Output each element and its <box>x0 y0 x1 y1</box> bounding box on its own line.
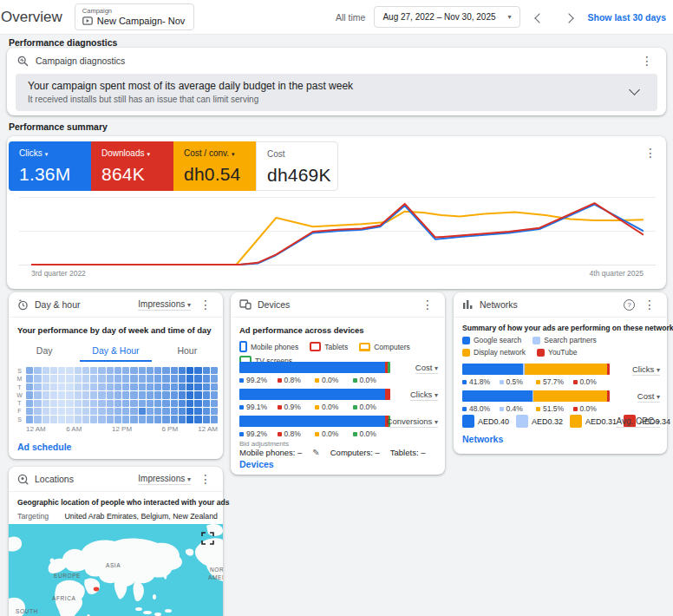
heatmap-cell <box>162 408 169 415</box>
heatmap-cell <box>58 391 65 398</box>
stat-value: 0.5% <box>500 377 537 386</box>
stat-label: 99.1% <box>246 403 267 411</box>
kebab-menu-icon[interactable]: ⋮ <box>197 473 214 485</box>
tab-day-hour[interactable]: Day & Hour <box>80 341 151 362</box>
dropdown-caret-icon: ▾ <box>435 364 438 372</box>
stat-swatch <box>239 405 244 410</box>
bar-metric-dropdown[interactable]: Clicks ▾ <box>410 390 438 401</box>
bar-stats: 99.2%0.8%0.0%0.0% <box>239 429 390 438</box>
phone-icon <box>239 341 247 352</box>
stat-label: 51.5% <box>543 404 564 413</box>
legend-item: Google search <box>462 336 521 344</box>
tab-day[interactable]: Day <box>9 341 80 362</box>
heatmap-cell <box>58 375 65 382</box>
edit-pencil-icon[interactable]: ✎ <box>312 448 319 457</box>
heatmap-cell <box>34 400 41 407</box>
heatmap-cell <box>26 375 33 382</box>
heatmap-grid <box>26 367 218 423</box>
chevron-down-icon[interactable] <box>629 84 640 95</box>
heatmap-cell <box>154 383 161 390</box>
locations-globe-icon <box>17 474 29 485</box>
stat-value: 0.0% <box>353 376 391 384</box>
metric-card-cost[interactable]: Costdh469K <box>256 141 338 191</box>
stat-swatch <box>573 407 578 411</box>
devices-card: Devices ⋮ Ad performance across devices … <box>231 292 445 475</box>
ad-schedule-link[interactable]: Ad schedule <box>17 442 71 452</box>
bar-metric-dropdown[interactable]: Clicks ▾ <box>632 364 660 376</box>
alert-subtitle: It received installs but still has an is… <box>28 95 623 104</box>
heatmap-cell <box>171 416 178 423</box>
bar-metric-dropdown[interactable]: Cost ▾ <box>637 391 660 403</box>
fullscreen-expand-icon[interactable] <box>201 532 214 545</box>
metric-label: Cost / conv.▾ <box>184 148 245 158</box>
stat-label: 0.0% <box>360 429 376 438</box>
networks-header-label: Networks <box>480 299 518 310</box>
heatmap-cell <box>34 408 41 415</box>
kebab-menu-icon[interactable]: ⋮ <box>197 298 214 311</box>
heatmap-cell <box>154 416 161 423</box>
heatmap-cell <box>211 408 218 415</box>
heatmap-cell <box>58 383 65 390</box>
bar-metric-dropdown[interactable]: Conversions ▾ <box>387 416 438 428</box>
legend-label: Mobile phones <box>251 343 298 351</box>
diagnostics-icon <box>17 56 29 67</box>
locations-metric-dropdown[interactable]: Impressions ▾ <box>138 474 191 485</box>
previous-period-button[interactable] <box>529 6 550 29</box>
day-label: S <box>16 416 23 423</box>
stat-swatch <box>353 378 357 383</box>
networks-card: Networks ? ⋮ Summary of how your ads are… <box>454 292 667 454</box>
metric-card-clicks[interactable]: Clicks▾1.36M <box>9 141 91 191</box>
stat-swatch <box>239 432 244 436</box>
heatmap-cell <box>203 375 210 382</box>
day-hour-metric-dropdown[interactable]: Impressions ▾ <box>138 299 191 311</box>
date-range-preset-label: All time <box>336 12 365 23</box>
metric-card-downloads[interactable]: Downloads▾864K <box>91 141 173 191</box>
devices-header-label: Devices <box>258 299 290 310</box>
legend-label: Search partners <box>544 336 596 344</box>
kebab-menu-icon[interactable]: ⋮ <box>642 147 659 159</box>
metric-bar-row: Clicks ▾41.8%0.5%57.7%0.0% <box>462 364 662 386</box>
show-last-30-days-link[interactable]: Show last 30 days <box>588 12 666 23</box>
heatmap-cell <box>75 367 82 374</box>
legend-swatch <box>462 337 470 344</box>
heatmap-cell <box>147 367 154 374</box>
devices-link[interactable]: Devices <box>239 459 274 469</box>
next-period-button[interactable] <box>559 6 579 29</box>
help-icon[interactable]: ? <box>624 299 635 311</box>
kebab-menu-icon[interactable]: ⋮ <box>641 298 658 311</box>
campaign-selector[interactable]: Campaign New Campaign- Nov <box>75 3 194 30</box>
metric-label: Downloads▾ <box>101 148 163 158</box>
bid-adjustments-label: Bid adjustments <box>239 440 289 448</box>
map-region-label: EUROPE <box>54 573 81 579</box>
heatmap-cell <box>58 416 65 423</box>
kebab-menu-icon[interactable]: ⋮ <box>638 55 656 67</box>
stat-value: 0.0% <box>353 429 391 438</box>
metric-value: dh469K <box>267 165 327 186</box>
heatmap-cell <box>42 383 49 390</box>
section-performance-diagnostics: Performance diagnostics <box>9 37 117 48</box>
heatmap-cell <box>58 367 65 374</box>
locations-card: Locations Impressions ▾ ⋮ Geographic loc… <box>9 467 223 616</box>
heatmap-cell <box>107 383 114 390</box>
stat-value: 0.0% <box>315 376 353 384</box>
google-ads-overview-page: Overview Campaign New Campaign- Nov All … <box>0 0 673 616</box>
metric-card-cost-conv[interactable]: Cost / conv.▾dh0.54 <box>173 141 256 191</box>
heatmap-cell <box>90 416 97 423</box>
schedule-clock-icon <box>17 299 29 311</box>
kebab-menu-icon[interactable]: ⋮ <box>419 298 436 311</box>
avg-cpc-dropdown[interactable]: Avg. CPC ▾ <box>616 416 660 428</box>
date-range-picker[interactable]: Aug 27, 2022 – Nov 30, 2025 ▾ <box>374 6 519 28</box>
networks-link[interactable]: Networks <box>462 434 503 444</box>
legend-item: Computers <box>359 343 410 351</box>
bar-metric-dropdown[interactable]: Cost ▾ <box>415 363 438 374</box>
legend-label: YouTube <box>548 348 577 357</box>
bar-segment <box>385 389 390 400</box>
stat-value: 51.5% <box>536 404 573 413</box>
metric-value: dh0.54 <box>184 164 245 185</box>
heatmap-cell <box>147 400 154 407</box>
heatmap-cell <box>211 416 218 423</box>
stat-label: 57.7% <box>543 377 564 386</box>
heatmap-cell <box>194 408 201 415</box>
tab-hour[interactable]: Hour <box>152 341 223 362</box>
diagnostics-alert[interactable]: Your campaign spent most of its average … <box>16 74 657 111</box>
